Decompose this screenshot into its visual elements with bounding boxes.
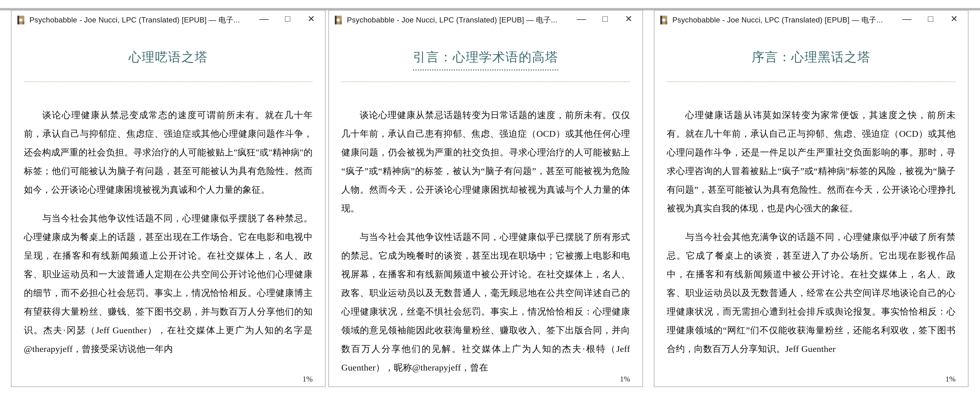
chapter-body: 心理健康话题从讳莫如深转变为家常便饭，其速度之快，前所未有。就在几十年前，承认自…	[667, 106, 956, 358]
chapter-body: 谈论心理健康从禁忌变成常态的速度可谓前所未有。就在几十年前，承认自己与抑郁症、焦…	[24, 106, 313, 358]
maximize-button[interactable]: □	[593, 11, 617, 27]
chapter-body: 谈论心理健康从禁忌话题转变为日常话题的速度，前所未有。仅仅几十年前，承认自己患有…	[341, 106, 630, 377]
minimize-button[interactable]: —	[895, 11, 919, 29]
window-controls: — □ ✕	[252, 11, 323, 29]
close-button[interactable]: ✕	[299, 11, 323, 27]
book-page[interactable]: 心理呓语之塔 谈论心理健康从禁忌变成常态的速度可谓前所未有。就在几十年前，承认自…	[11, 30, 325, 387]
window-controls: — □ ✕	[570, 11, 641, 29]
window-controls: — □ ✕	[895, 11, 966, 29]
maximize-button[interactable]: □	[276, 11, 299, 27]
paragraph: 谈论心理健康从禁忌话题转变为日常话题的速度，前所未有。仅仅几十年前，承认自己患有…	[341, 106, 630, 218]
minimize-button[interactable]: —	[252, 11, 276, 29]
reading-progress: 1%	[298, 374, 313, 384]
ebook-reader-window-3: Psychobabble - Joe Nucci, LPC (Translate…	[654, 10, 968, 387]
heading-separator	[341, 82, 630, 82]
paragraph: 与当今社会其他充满争议的话题不同，心理健康似乎冲破了所有禁忌。它成了餐桌上的谈资…	[667, 228, 956, 358]
minimize-button[interactable]: —	[570, 11, 593, 29]
desktop: Psychobabble - Joe Nucci, LPC (Translate…	[0, 0, 980, 398]
maximize-button[interactable]: □	[919, 11, 942, 27]
titlebar[interactable]: Psychobabble - Joe Nucci, LPC (Translate…	[329, 10, 643, 30]
chapter-heading: 引言：心理学术语的高塔	[341, 47, 630, 67]
window-title: Psychobabble - Joe Nucci, LPC (Translate…	[29, 15, 252, 25]
reading-progress: 1%	[616, 374, 630, 384]
paragraph: 与当今社会其他争议性话题不同，心理健康似乎已摆脱了所有形式的禁忌。它成为晚餐时的…	[341, 228, 630, 377]
paragraph: 心理健康话题从讳莫如深转变为家常便饭，其速度之快，前所未有。就在几十年前，承认自…	[667, 106, 956, 218]
chapter-heading: 心理呓语之塔	[24, 47, 313, 67]
book-page[interactable]: 序言：心理黑话之塔 心理健康话题从讳莫如深转变为家常便饭，其速度之快，前所未有。…	[654, 30, 968, 387]
chapter-heading: 序言：心理黑话之塔	[667, 47, 956, 67]
book-reader-app-icon	[16, 15, 26, 25]
close-button[interactable]: ✕	[617, 11, 641, 27]
titlebar[interactable]: Psychobabble - Joe Nucci, LPC (Translate…	[11, 10, 325, 30]
window-title: Psychobabble - Joe Nucci, LPC (Translate…	[672, 15, 895, 25]
reading-progress: 1%	[941, 374, 956, 384]
heading-separator	[667, 82, 956, 82]
paragraph: 谈论心理健康从禁忌变成常态的速度可谓前所未有。就在几十年前，承认自己与抑郁症、焦…	[24, 106, 313, 199]
close-button[interactable]: ✕	[942, 11, 966, 27]
titlebar[interactable]: Psychobabble - Joe Nucci, LPC (Translate…	[654, 10, 968, 30]
book-page[interactable]: 引言：心理学术语的高塔 谈论心理健康从禁忌话题转变为日常话题的速度，前所未有。仅…	[329, 30, 643, 387]
ebook-reader-window-1: Psychobabble - Joe Nucci, LPC (Translate…	[11, 10, 326, 387]
book-reader-app-icon	[333, 15, 343, 25]
window-title: Psychobabble - Joe Nucci, LPC (Translate…	[347, 15, 570, 25]
paragraph: 与当今社会其他争议性话题不同，心理健康似乎摆脱了各种禁忌。心理健康成为餐桌上的话…	[24, 209, 313, 358]
book-reader-app-icon	[658, 15, 669, 25]
heading-separator	[24, 82, 313, 82]
ebook-reader-window-2: Psychobabble - Joe Nucci, LPC (Translate…	[328, 10, 643, 387]
